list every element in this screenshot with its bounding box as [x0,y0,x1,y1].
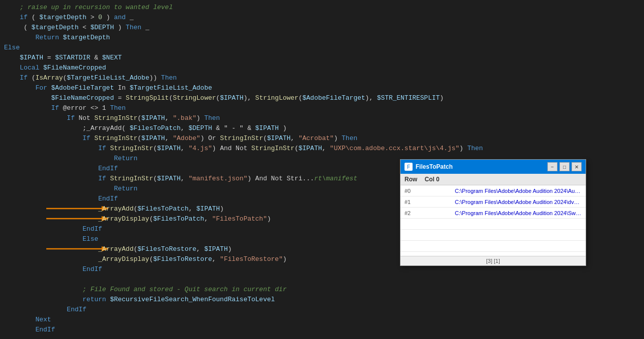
token-cmt: ; raise up in recursion to wanted level [4,4,173,11]
code-text: If (IsArray($TargetFileList_Adobe)) Then [4,74,177,82]
popup-cell-col-num [421,212,451,214]
token-plain [4,205,98,213]
popup-cell-val: C:\Program Files\Adobe\Adobe Audition 20… [451,187,586,195]
token-var: $IPATH [298,145,322,152]
token-plain [4,296,83,303]
token-kw: Local [20,64,39,72]
popup-table-row[interactable]: #1C:\Program Files\Adobe\Adobe Audition … [400,196,586,208]
token-kw: If [51,104,59,112]
token-plain [4,74,20,82]
code-text: _ArrayAdd($FilesToPatch, $IPATH) [4,205,224,213]
token-var: $IPATH [255,124,279,132]
code-line: If @error <> 1 Then [0,103,644,113]
token-num: 0 [98,14,102,21]
token-kw: Then [467,145,483,152]
code-text: Else [4,235,98,243]
code-line: $IPATH = $STARTDIR & $NEXT [0,52,644,62]
token-plain: ), [244,94,255,102]
popup-close-button[interactable]: ✕ [572,162,582,171]
token-fn: StringInStr [94,114,137,122]
token-str: ".bak" [173,114,197,122]
popup-cell-val: C:\Program Files\Adobe\Adobe Audition 20… [451,198,586,206]
token-kw: If [20,74,28,82]
token-plain: ( [169,94,173,102]
token-plain [4,64,20,72]
token-kw: Next [35,316,51,323]
token-kw: EndIf [83,225,102,233]
code-line: If (IsArray($TargetFileList_Adobe)) Then [0,73,644,83]
code-text: If @error <> 1 Then [4,104,126,112]
code-text: If StringInStr($IPATH, "manifest.json") … [4,175,357,182]
popup-window: F FilesToPatch − □ ✕ Row Col 0 #0C:\Prog… [400,159,586,266]
token-plain [4,316,35,323]
token-var: $STR_ENTIRESPLIT [377,94,440,102]
token-plain: _ [126,14,134,21]
code-line: Else [0,42,644,52]
code-line [0,274,644,284]
popup-title-text: FilesToPatch [416,163,453,170]
token-fn: StringInStr [110,145,153,152]
token-kw: Return [114,185,137,192]
token-plain: ( [137,114,141,122]
code-text [4,276,8,283]
token-plain: ) [267,215,271,223]
code-line: EndIf [0,304,644,314]
code-text: $FileNameCropped = StringSplit(StringLow… [4,94,444,102]
token-fn: _ArrayDisplay [98,215,149,223]
token-str: "UXP\com.adobe.ccx.start\js\4.js" [330,145,459,152]
code-text: Return $targetDepth [4,34,110,41]
popup-table-row[interactable]: #2C:\Program Files\Adobe\Adobe Audition … [400,208,586,219]
token-plain: ) [279,124,287,132]
token-plain: In [114,84,129,92]
token-plain: & " - " & [212,124,255,132]
token-plain: @error <> 1 [59,104,110,112]
token-plain: = [114,94,125,102]
token-plain: ) [459,145,467,152]
popup-table-row[interactable]: #0C:\Program Files\Adobe\Adobe Audition … [400,185,586,196]
token-plain: ) [228,245,232,253]
token-kw: EndIf [98,195,118,202]
code-text: If StringInStr($IPATH, "Adobe") Or Strin… [4,134,357,142]
code-text: ; File Found and stored - Quit search in… [4,286,287,293]
token-plain: ( [28,74,36,82]
popup-minimize-button[interactable]: − [547,162,557,171]
token-str: "FilesToPatch" [212,215,267,223]
token-kw: return [83,296,106,303]
code-line: return $RecursiveFileSearch_WhenFoundRai… [0,294,644,304]
token-plain [4,94,51,102]
code-line: if ( $targetDepth > 0 ) and _ [0,12,644,22]
token-fn: StringInStr [94,134,137,142]
code-text: if ( $targetDepth > 0 ) and _ [4,14,134,21]
code-text: If StringInStr($IPATH, "4.js") And Not S… [4,145,483,152]
token-var: $AdobeFileTarget [51,84,114,92]
token-plain: ) And Not [212,145,252,152]
token-var: $FileNameCropped [51,94,114,102]
code-line: ; raise up in recursion to wanted level [0,2,644,12]
token-fn: StringSplit [126,94,169,102]
popup-maximize-button[interactable]: □ [559,162,570,171]
token-kw: For [35,84,47,92]
token-plain [4,215,98,223]
code-line: Next [0,314,644,324]
token-plain: ;_ArrayAdd( [4,124,130,132]
token-plain: , [181,145,189,152]
popup-cell-col-num [421,201,451,203]
token-var: $FileNameCropped [43,64,106,72]
token-fn: IsArray [35,74,63,82]
token-plain [4,175,98,182]
token-plain [4,225,83,233]
token-kw: Then [110,104,126,112]
code-text: EndIf [4,265,102,273]
token-var: $FilesToPatch [137,205,188,213]
token-var: $DEPTH [189,124,212,132]
token-plain: ) [283,255,287,263]
code-text: return $RecursiveFileSearch_WhenFoundRai… [4,296,275,303]
token-plain [4,34,35,41]
token-plain [4,155,114,162]
token-plain [106,296,110,303]
token-plain: , [196,245,204,253]
code-text: EndIf [4,195,118,202]
token-var: $IPATH [20,54,43,61]
token-fn: _ArrayAdd [98,205,133,213]
code-line: EndIf [0,324,644,334]
